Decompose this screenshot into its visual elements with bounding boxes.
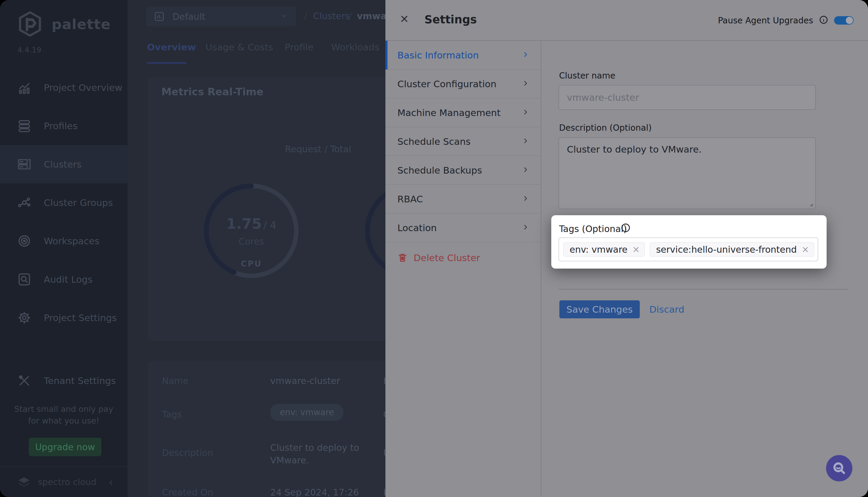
breadcrumb-clusters-link[interactable]: Clusters — [313, 11, 350, 21]
app-screen: palette 4.4.19 Project Overview Profiles… — [0, 0, 868, 497]
sidebar-item-tenant-settings[interactable]: Tenant Settings — [0, 361, 127, 400]
metrics-title: Metrics Real-Time — [162, 86, 263, 98]
sidebar: palette 4.4.19 Project Overview Profiles… — [0, 0, 127, 497]
info-label-tags: Tags — [162, 409, 182, 420]
info-tag-chip: env: vmware — [270, 404, 344, 421]
chevron-down-icon — [280, 12, 288, 21]
remove-tag-icon[interactable]: × — [800, 245, 814, 254]
sidebar-item-audit-logs[interactable]: Audit Logs — [0, 260, 127, 299]
chart-icon — [17, 81, 31, 95]
orbit-icon — [17, 234, 31, 248]
collapse-sidebar-icon[interactable]: ‹ — [109, 476, 113, 488]
tab-usage-costs[interactable]: Usage & Costs — [206, 42, 273, 53]
sidebar-item-workspaces[interactable]: Workspaces — [0, 222, 127, 260]
project-chart-icon — [154, 11, 165, 22]
info-label-name: Name — [162, 375, 188, 386]
trash-icon — [397, 253, 408, 263]
active-nav-indicator — [386, 41, 388, 70]
resize-handle-icon[interactable] — [809, 202, 813, 207]
spectro-cloud-label: spectro cloud — [38, 477, 96, 487]
palette-logo: palette — [16, 9, 111, 40]
doc-search-icon — [17, 272, 31, 286]
project-selector[interactable]: Default — [146, 6, 296, 26]
settings-nav-cluster-configuration[interactable]: Cluster Configuration — [386, 70, 541, 98]
cluster-name-input[interactable]: vmware-cluster — [559, 85, 816, 110]
cpu-total: / 4 — [263, 219, 277, 231]
chevron-right-icon — [522, 224, 529, 232]
discard-button[interactable]: Discard — [649, 300, 684, 318]
sidebar-item-project-settings[interactable]: Project Settings — [0, 299, 127, 337]
settings-nav-location[interactable]: Location — [386, 213, 541, 242]
help-search-button[interactable] — [826, 455, 852, 481]
tab-profile[interactable]: Profile — [285, 42, 313, 53]
description-label: Description (Optional) — [559, 123, 652, 133]
cluster-name-label: Cluster name — [559, 71, 615, 81]
cpu-caption: CPU — [200, 259, 302, 268]
info-value-created-on: 24 Sep 2024, 17:26 — [270, 487, 359, 497]
sidebar-item-label: Project Overview — [44, 82, 122, 93]
project-selector-value: Default — [172, 11, 206, 22]
form-divider — [559, 289, 848, 289]
info-label-created-on: Created On — [162, 487, 213, 497]
settings-nav-schedule-scans[interactable]: Schedule Scans — [386, 127, 541, 156]
chevron-right-icon — [522, 166, 529, 174]
tag-chip: service:hello-universe-frontend × — [650, 242, 814, 257]
sidebar-item-label: Cluster Groups — [44, 197, 113, 208]
breadcrumb-separator: / — [349, 11, 351, 21]
info-icon[interactable] — [819, 15, 828, 26]
cpu-value: 1.75 — [226, 215, 262, 232]
info-icon[interactable] — [621, 223, 630, 234]
settings-panel: ✕ Settings Pause Agent Upgrades Basic In… — [386, 0, 868, 497]
settings-nav-machine-management[interactable]: Machine Management — [386, 98, 541, 127]
chevron-right-icon — [522, 80, 529, 88]
settings-nav-rbac[interactable]: RBAC — [386, 185, 541, 213]
nodes-icon — [17, 196, 31, 210]
sidebar-item-profiles[interactable]: Profiles — [0, 107, 127, 145]
sidebar-item-clusters[interactable]: Clusters — [0, 145, 127, 183]
chevron-right-icon — [522, 51, 529, 59]
close-icon[interactable]: ✕ — [400, 14, 409, 25]
tags-input[interactable]: env: vmware × service:hello-universe-fro… — [559, 238, 818, 261]
app-version: 4.4.19 — [17, 45, 41, 54]
delete-cluster-button[interactable]: Delete Cluster — [397, 252, 480, 263]
promo-text: Start small and only pay for what you us… — [0, 403, 127, 427]
layers-icon — [17, 119, 31, 133]
remove-tag-icon[interactable]: × — [630, 245, 645, 254]
chevron-right-icon — [522, 138, 529, 145]
brand-name: palette — [52, 16, 111, 32]
tag-chip: env: vmware × — [563, 242, 645, 257]
sidebar-item-project-overview[interactable]: Project Overview — [0, 68, 127, 107]
tags-spotlight: Tags (Optional) env: vmware × service:he… — [551, 215, 827, 269]
pause-agent-upgrades-label: Pause Agent Upgrades — [718, 16, 813, 26]
sidebar-item-label: Workspaces — [44, 236, 100, 246]
active-tab-underline — [147, 62, 186, 64]
metrics-mode-label: Request / Total — [285, 144, 351, 154]
tab-overview[interactable]: Overview — [147, 42, 196, 53]
chevron-right-icon — [522, 109, 529, 117]
settings-nav-schedule-backups[interactable]: Schedule Backups — [386, 156, 541, 185]
palette-hexagon-icon — [16, 10, 44, 38]
info-value-description: Cluster to deploy to VMware. — [270, 442, 372, 467]
settings-header: ✕ Settings Pause Agent Upgrades — [386, 0, 868, 41]
sidebar-item-label: Clusters — [44, 159, 82, 170]
upgrade-now-button[interactable]: Upgrade now — [29, 438, 101, 456]
sidebar-footer: spectro cloud ‹ — [0, 466, 127, 497]
sidebar-item-label: Profiles — [44, 120, 78, 131]
breadcrumb-separator: / — [304, 11, 307, 21]
settings-title: Settings — [424, 13, 477, 26]
sidebar-item-cluster-groups[interactable]: Cluster Groups — [0, 183, 127, 222]
tab-workloads[interactable]: Workloads — [331, 42, 379, 53]
tools-icon — [17, 374, 31, 387]
info-label-description: Description — [162, 448, 213, 458]
spectro-cloud-logo-icon — [17, 475, 31, 489]
tags-label: Tags (Optional) — [559, 224, 627, 234]
cluster-name-value: vmware-cluster — [567, 92, 639, 103]
description-value: Cluster to deploy to VMware. — [567, 144, 702, 155]
toggle-knob — [846, 17, 853, 24]
save-changes-button[interactable]: Save Changes — [559, 300, 640, 318]
sidebar-item-label: Project Settings — [44, 312, 117, 323]
description-textarea[interactable]: Cluster to deploy to VMware. — [559, 137, 816, 209]
sidebar-item-label: Audit Logs — [44, 274, 93, 285]
settings-nav-basic-information[interactable]: Basic Information — [386, 41, 541, 70]
pause-agent-upgrades-toggle[interactable] — [834, 16, 854, 25]
